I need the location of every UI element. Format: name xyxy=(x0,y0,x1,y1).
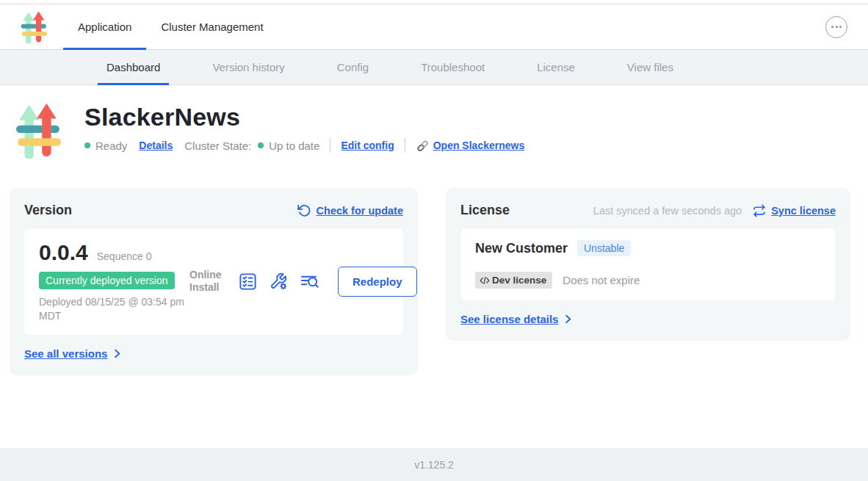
version-card-title: Version xyxy=(24,203,72,218)
version-actions: Online Install xyxy=(189,267,417,297)
license-type-row: Dev license Does not expire xyxy=(475,272,821,289)
ellipsis-dot xyxy=(839,26,842,28)
current-version-panel: 0.0.4 Sequence 0 Currently deployed vers… xyxy=(24,228,403,335)
see-all-versions-label: See all versions xyxy=(24,347,107,360)
details-link[interactable]: Details xyxy=(139,140,173,151)
ellipsis-menu-icon[interactable] xyxy=(825,16,847,38)
admin-console-page: Application Cluster Management Dashboard… xyxy=(0,0,868,481)
license-panel: New Customer Unstable xyxy=(460,228,836,300)
app-header-text: SlackerNews Ready Details Cluster State:… xyxy=(84,103,524,153)
tab-view-files-label: View files xyxy=(627,61,673,73)
app-header: SlackerNews Ready Details Cluster State:… xyxy=(15,103,850,159)
tab-cluster-management[interactable]: Cluster Management xyxy=(146,4,278,49)
divider xyxy=(405,138,405,153)
tab-config-label: Config xyxy=(337,61,369,73)
open-app-label: Open Slackernews xyxy=(433,140,525,151)
license-card: License Last synced a few seconds ago Sy… xyxy=(446,188,850,341)
customer-name: New Customer xyxy=(475,241,568,256)
divider xyxy=(330,138,330,153)
cluster-state-label: Cluster State: xyxy=(184,140,251,152)
deploy-logs-icon[interactable] xyxy=(300,272,319,292)
tab-dashboard-label: Dashboard xyxy=(106,61,160,73)
tab-license-label: License xyxy=(537,61,575,73)
top-nav-tabs: Application Cluster Management xyxy=(63,4,278,49)
tab-version-history[interactable]: Version history xyxy=(203,50,293,84)
refresh-icon xyxy=(297,203,312,218)
chain-link-icon xyxy=(416,139,430,153)
tab-view-files[interactable]: View files xyxy=(618,50,682,84)
tab-dashboard[interactable]: Dashboard xyxy=(98,50,169,84)
config-wrench-icon[interactable] xyxy=(269,272,289,292)
redeploy-button[interactable]: Redeploy xyxy=(338,267,417,297)
license-card-title: License xyxy=(460,203,510,218)
deployed-status-badge: Currently deployed version xyxy=(39,272,175,289)
tab-troubleshoot-label: Troubleshoot xyxy=(421,61,485,73)
check-for-update-label: Check for update xyxy=(317,205,403,217)
license-expiration: Does not expire xyxy=(563,274,640,286)
tab-cluster-management-label: Cluster Management xyxy=(161,21,263,33)
code-icon xyxy=(480,275,490,286)
tab-config[interactable]: Config xyxy=(328,50,377,84)
app-logo-icon xyxy=(15,103,61,159)
open-app-link[interactable]: Open Slackernews xyxy=(416,139,525,153)
license-type-label: Dev license xyxy=(492,275,546,286)
install-type-label: Online Install xyxy=(189,269,226,294)
last-synced-label: Last synced a few seconds ago xyxy=(593,205,742,217)
app-status-dot-icon xyxy=(84,142,90,148)
app-status-row: Ready Details Cluster State: Up to date … xyxy=(84,138,524,153)
license-customer-row: New Customer Unstable xyxy=(475,240,821,256)
tab-application[interactable]: Application xyxy=(63,4,146,49)
version-card-header: Version Check for update xyxy=(24,203,403,218)
check-for-update-link[interactable]: Check for update xyxy=(297,203,403,218)
version-card: Version Check for update xyxy=(10,188,418,375)
see-all-versions-link[interactable]: See all versions xyxy=(24,347,123,360)
sequence-label: Sequence 0 xyxy=(97,250,152,262)
tab-application-label: Application xyxy=(78,21,131,33)
cluster-state-dot-icon xyxy=(258,142,264,148)
tab-version-history-label: Version history xyxy=(212,61,284,73)
preflight-checks-icon[interactable] xyxy=(238,272,258,292)
sub-nav: Dashboard Version history Config Trouble… xyxy=(0,50,868,85)
top-nav: Application Cluster Management xyxy=(0,4,868,50)
sync-license-link[interactable]: Sync license xyxy=(752,203,836,218)
tab-license[interactable]: License xyxy=(528,50,584,84)
see-license-details-label: See license details xyxy=(460,313,558,325)
console-version-label: v1.125.2 xyxy=(414,459,454,471)
ellipsis-dot xyxy=(831,26,833,28)
tab-troubleshoot[interactable]: Troubleshoot xyxy=(412,50,493,84)
chevron-right-icon xyxy=(563,314,574,325)
edit-config-link[interactable]: Edit config xyxy=(341,140,394,151)
slackernews-logo-icon xyxy=(21,11,47,43)
deployed-timestamp: Deployed 08/15/25 @ 03:54 pm MDT xyxy=(39,295,189,323)
top-nav-right xyxy=(825,16,847,38)
main-content: SlackerNews Ready Details Cluster State:… xyxy=(0,85,868,375)
channel-badge: Unstable xyxy=(577,240,631,256)
cluster-state-value: Up to date xyxy=(269,140,319,152)
chevron-right-icon xyxy=(112,348,123,359)
dashboard-cards: Version Check for update xyxy=(10,188,850,375)
ellipsis-dot xyxy=(836,26,838,28)
app-status-label: Ready xyxy=(95,140,127,152)
see-license-details-link[interactable]: See license details xyxy=(460,313,574,325)
license-card-header: License Last synced a few seconds ago Sy… xyxy=(460,203,836,218)
sync-arrows-icon xyxy=(752,203,767,218)
version-number: 0.0.4 xyxy=(39,240,88,265)
sync-license-label: Sync license xyxy=(771,205,836,217)
footer-bar: v1.125.2 xyxy=(0,448,868,481)
page-title: SlackerNews xyxy=(84,103,524,131)
version-info: 0.0.4 Sequence 0 Currently deployed vers… xyxy=(39,240,189,323)
version-number-row: 0.0.4 Sequence 0 xyxy=(39,240,189,265)
license-type-badge: Dev license xyxy=(475,272,552,289)
